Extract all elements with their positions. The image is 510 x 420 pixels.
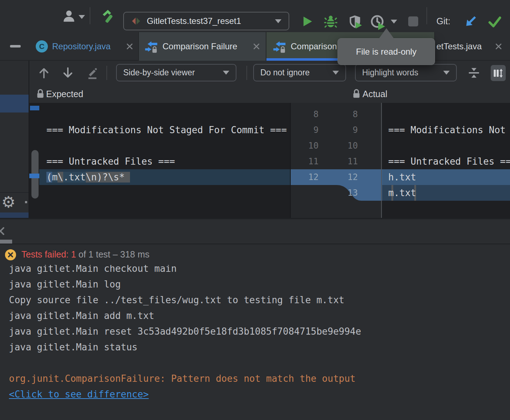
previous-change-button[interactable] — [38, 66, 50, 79]
sync-scroll-button[interactable] — [491, 65, 506, 81]
viewer-mode-select[interactable]: Side-by-side viewer — [116, 64, 236, 81]
user-icon — [61, 9, 76, 24]
edit-pencil-icon[interactable] — [86, 66, 99, 79]
console-error-line: org.junit.ComparisonFailure: Pattern doe… — [9, 371, 356, 386]
line-number-right: 13 — [333, 185, 358, 201]
diff-readonly-icon — [145, 40, 158, 53]
console-line: java gitlet.Main reset 3c53ad492b0f5e18f… — [9, 324, 361, 339]
toolbar-separator — [426, 7, 427, 24]
chevron-down-icon — [79, 15, 85, 19]
line-number-right: 10 — [333, 138, 358, 154]
background-panel-strip: ⚙ — [0, 61, 29, 219]
lock-icon — [36, 89, 44, 99]
stop-button[interactable] — [408, 16, 418, 26]
test-status-bar: Tests failed: 1 of 1 test – 318 ms — [0, 244, 510, 265]
tests-failed-count: 1 — [71, 249, 76, 259]
code-line: === Modifications Not Staged For Commit … — [388, 122, 510, 138]
main-toolbar: GitletTests.test37_reset1 — [0, 0, 510, 32]
line-number-left: 12 — [294, 169, 319, 185]
test-status-text: Tests failed: 1 of 1 test – 318 ms — [21, 249, 150, 260]
code-line: === Untracked Files === — [388, 154, 510, 169]
hide-tabs-button[interactable] — [10, 45, 21, 48]
lock-icon — [352, 89, 360, 99]
ignore-policy-select[interactable]: Do not ignore — [253, 64, 346, 81]
close-icon[interactable] — [252, 42, 260, 50]
git-label: Git: — [436, 16, 450, 26]
code-line: === Untracked Files === — [46, 154, 175, 169]
highlight-policy-select[interactable]: Highlight words — [355, 64, 457, 81]
run-configuration-select[interactable]: GitletTests.test37_reset1 — [123, 12, 289, 30]
toolbar-separator — [90, 7, 90, 24]
console-line: Copy source file ../test_files/wug.txt t… — [9, 292, 344, 308]
tab-gitlettests-java[interactable]: etTests.java — [435, 32, 510, 61]
build-button[interactable] — [100, 8, 116, 24]
gear-icon: ⚙ — [1, 193, 15, 211]
bug-icon — [324, 14, 338, 29]
viewer-mode-value: Side-by-side viewer — [123, 68, 195, 78]
close-icon[interactable] — [495, 42, 502, 50]
line-number-right: 9 — [333, 122, 358, 138]
collapse-unchanged-button[interactable] — [467, 66, 481, 80]
user-profile-button[interactable] — [61, 9, 86, 24]
run-with-coverage-button[interactable] — [348, 14, 364, 30]
overflow-dot — [25, 201, 27, 203]
next-change-button[interactable] — [61, 66, 74, 79]
git-update-button[interactable] — [464, 14, 478, 30]
line-number-right: 8 — [333, 106, 358, 122]
code-line: m.txt — [388, 185, 416, 201]
tab-label: Comparison Failure — [162, 41, 237, 51]
highlight-policy-value: Highlight words — [362, 68, 418, 78]
chevron-down-icon — [332, 71, 339, 75]
hscrollbar-thumb[interactable] — [0, 240, 12, 244]
git-commit-button[interactable] — [487, 14, 502, 31]
tooltip: File is read-only — [338, 38, 435, 65]
diff-gutter: 8 9 10 11 12 8 9 10 11 12 13 — [290, 103, 382, 219]
regex-segment: ( — [46, 172, 52, 182]
debug-button[interactable] — [324, 14, 338, 30]
console-line: java gitlet.Main status — [9, 339, 138, 355]
expected-pane[interactable]: === Removed Files === === Modifications … — [29, 103, 290, 219]
diff-readonly-icon — [273, 40, 286, 53]
coverage-shield-icon — [348, 14, 362, 29]
tests-failed-label: Tests failed: — [21, 249, 69, 259]
close-icon[interactable] — [126, 42, 134, 50]
tab-label: Comparison — [291, 41, 337, 51]
console-line: java gitlet.Main log — [9, 276, 121, 292]
run-panel-header-bar — [0, 219, 510, 244]
console-line: java gitlet.Main checkout main — [9, 265, 177, 276]
console-line: java gitlet.Main add m.txt — [9, 308, 154, 324]
actual-pane[interactable]: === Removed Files === === Modifications … — [382, 103, 510, 219]
chevron-down-icon — [223, 71, 229, 75]
line-number-left: 10 — [294, 138, 319, 154]
run-configuration-name: GitletTests.test37_reset1 — [147, 16, 275, 26]
tab-repository-java[interactable]: C Repository.java — [27, 32, 139, 61]
code-line-partial: === Removed Files === — [46, 103, 164, 106]
tab-comparison-failure[interactable]: Comparison Failure — [139, 32, 266, 61]
test-failed-icon — [5, 249, 16, 260]
see-difference-link[interactable]: <Click to see difference> — [9, 386, 149, 402]
git-update-arrow-icon — [464, 14, 478, 29]
junit-config-icon — [131, 16, 141, 26]
expected-pane-title: Expected — [46, 89, 83, 99]
console-output[interactable]: java gitlet.Main checkout main java gitl… — [0, 265, 510, 420]
tree-selected-row[interactable] — [0, 95, 29, 112]
x-glyph — [8, 252, 14, 258]
hammer-icon — [100, 8, 116, 24]
play-icon — [301, 15, 313, 28]
class-icon: C — [36, 40, 48, 52]
run-button[interactable] — [301, 15, 313, 29]
sync-columns-icon — [493, 68, 504, 79]
ide-window: GitletTests.test37_reset1 — [0, 0, 510, 420]
diff-toolbar-separator — [246, 66, 247, 80]
diff-pane-headers: Expected Actual — [29, 85, 510, 103]
run-options-chevron-icon[interactable] — [391, 20, 397, 24]
ignore-policy-value: Do not ignore — [260, 68, 310, 78]
tab-label: Repository.java — [52, 41, 111, 51]
close-icon[interactable] — [0, 226, 6, 236]
code-line-partial: === Removed Files === — [388, 103, 506, 106]
line-number-left: 8 — [294, 106, 319, 122]
settings-button[interactable]: ⚙ — [1, 192, 23, 212]
code-line-regex: (m\.txt\n)?\s* — [46, 169, 130, 185]
tooltip-text: File is read-only — [356, 47, 416, 57]
regex-segment: \n)?\s* — [86, 172, 130, 182]
